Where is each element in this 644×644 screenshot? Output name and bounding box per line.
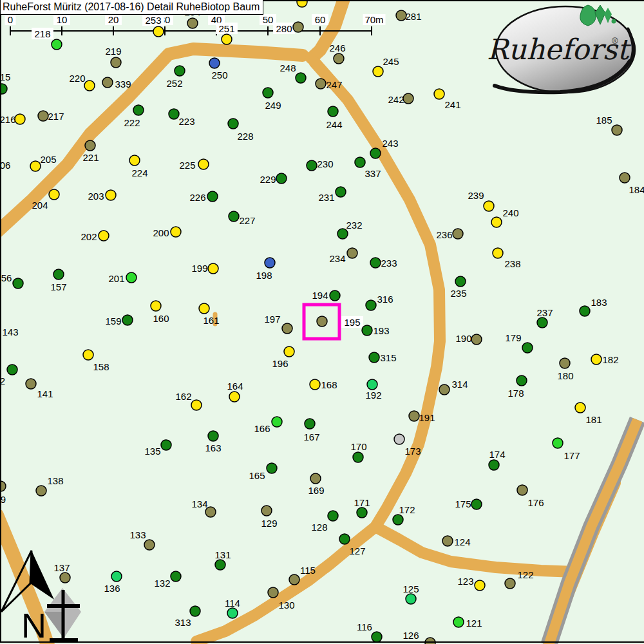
- decor-layer: Ruheforst ® N: [0, 0, 644, 644]
- map-title: RuheForst Müritz (2017-08-16) Detail Ruh…: [0, 0, 263, 15]
- north-compass: N: [1, 551, 81, 644]
- map-stage: 010203040506070m218253254251280219220339…: [0, 0, 644, 644]
- map-border: [0, 0, 644, 643]
- compass-arrow-outline: [1, 551, 32, 612]
- compass-arrow-fill: [30, 551, 54, 600]
- ruheforst-logo: Ruheforst ®: [487, 5, 635, 93]
- compass-north-letter: N: [21, 606, 46, 644]
- logo-wordmark: Ruheforst: [487, 33, 631, 66]
- logo-registered-mark: ®: [612, 36, 618, 46]
